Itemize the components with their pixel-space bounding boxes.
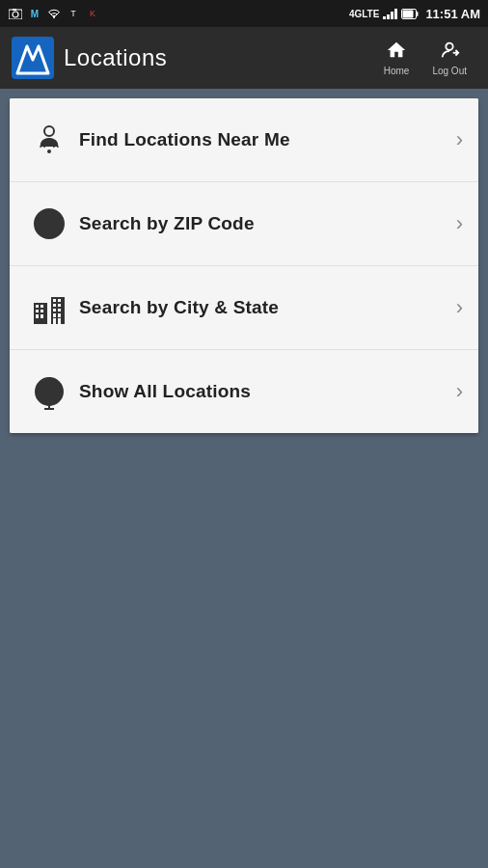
svg-rect-26 xyxy=(53,304,56,307)
status-bar-right: 4GLTE 11:51 AM xyxy=(349,7,480,21)
chevron-right-icon-3: › xyxy=(456,295,463,320)
svg-rect-30 xyxy=(53,313,56,317)
svg-rect-19 xyxy=(41,305,43,308)
app-title: Locations xyxy=(64,44,167,71)
status-bar: M T K 4GLTE 11:51 AM xyxy=(0,0,488,27)
menu-item-show-all[interactable]: Show All Locations › xyxy=(10,350,478,433)
app-bar-actions: Home Log Out xyxy=(374,34,476,82)
security-icon: K xyxy=(85,8,100,19)
svg-rect-33 xyxy=(58,318,61,324)
logout-icon xyxy=(439,40,460,64)
network-icon: T xyxy=(66,8,81,19)
app-status-icon: M xyxy=(27,8,42,19)
svg-point-3 xyxy=(53,16,55,18)
menu-item-label-show-all: Show All Locations xyxy=(79,381,456,402)
svg-rect-23 xyxy=(41,314,43,318)
status-bar-icons: M T K xyxy=(8,8,100,19)
svg-rect-24 xyxy=(53,299,56,302)
menu-item-search-zip[interactable]: Search by ZIP Code › xyxy=(10,182,478,266)
svg-rect-28 xyxy=(53,309,56,312)
app-logo xyxy=(12,37,54,79)
buildings-icon xyxy=(25,284,73,332)
menu-item-label-search-city: Search by City & State xyxy=(79,297,456,318)
app-bar: Locations Home Log Out xyxy=(0,27,488,89)
app-bar-left: Locations xyxy=(12,37,167,79)
chevron-right-icon-2: › xyxy=(456,211,463,236)
home-label: Home xyxy=(384,66,410,76)
svg-point-1 xyxy=(13,12,18,17)
menu-list: Find Locations Near Me › Search by ZIP C… xyxy=(10,98,478,433)
svg-rect-6 xyxy=(417,12,419,16)
svg-rect-31 xyxy=(58,313,61,317)
mail-icon xyxy=(25,200,73,248)
svg-rect-21 xyxy=(41,310,43,312)
signal-bars xyxy=(383,8,397,19)
wifi-icon xyxy=(46,8,62,19)
logout-button[interactable]: Log Out xyxy=(422,34,476,82)
svg-rect-32 xyxy=(53,318,56,324)
time-display: 11:51 AM xyxy=(425,7,480,21)
svg-rect-22 xyxy=(36,314,39,318)
menu-item-find-near-me[interactable]: Find Locations Near Me › xyxy=(10,98,478,182)
svg-rect-29 xyxy=(58,309,61,312)
svg-point-13 xyxy=(47,149,51,153)
lte-indicator: 4GLTE xyxy=(349,9,380,19)
menu-item-label-find-near-me: Find Locations Near Me xyxy=(79,129,456,150)
menu-item-label-search-zip: Search by ZIP Code xyxy=(79,213,456,234)
battery-icon xyxy=(401,9,419,19)
menu-item-search-city[interactable]: Search by City & State › xyxy=(10,266,478,350)
svg-point-10 xyxy=(447,43,453,50)
svg-point-12 xyxy=(44,126,54,136)
globe-icon xyxy=(25,367,73,416)
home-button[interactable]: Home xyxy=(374,34,420,82)
logout-label: Log Out xyxy=(432,66,467,76)
svg-rect-27 xyxy=(58,304,61,307)
home-icon xyxy=(386,40,407,64)
svg-rect-25 xyxy=(58,299,61,302)
svg-rect-2 xyxy=(13,9,16,11)
chevron-right-icon-4: › xyxy=(456,379,463,404)
svg-rect-20 xyxy=(36,310,39,312)
svg-rect-5 xyxy=(403,10,414,17)
location-person-icon xyxy=(25,116,73,164)
svg-rect-18 xyxy=(36,305,39,308)
screenshot-icon xyxy=(8,8,23,19)
chevron-right-icon: › xyxy=(456,127,463,152)
